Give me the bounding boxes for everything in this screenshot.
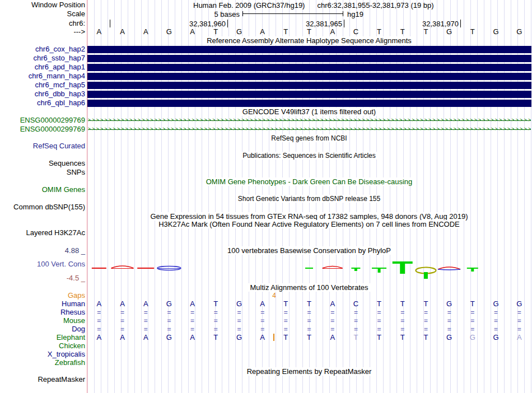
base-letter: A bbox=[111, 334, 134, 341]
omim-track-title[interactable]: OMIM Gene Phenotypes - Dark Green Can Be… bbox=[87, 178, 531, 186]
multiz-species-label-elephant[interactable]: Elephant bbox=[57, 334, 85, 341]
h3k27ac-track-title[interactable]: H3K27Ac Mark (Often Found Near Active Re… bbox=[87, 221, 531, 228]
base-letter: G bbox=[484, 28, 508, 36]
base-letter: G bbox=[157, 28, 181, 36]
base-letter: T bbox=[274, 334, 298, 341]
refseq-track-title[interactable]: RefSeq genes from NCBI bbox=[87, 134, 531, 142]
gencode-track-title[interactable]: GENCODE V49lift37 (1 items filtered out) bbox=[87, 108, 531, 116]
wiggle-dash bbox=[137, 268, 154, 269]
base-letter: A bbox=[134, 28, 157, 36]
multiz-match-symbol: = bbox=[274, 325, 298, 333]
multiz-match-symbol: = bbox=[437, 308, 461, 316]
haplotype-label-chr6_dbb_hap3[interactable]: chr6_dbb_hap3 bbox=[35, 90, 85, 98]
ruler-tick bbox=[460, 20, 461, 27]
wiggle-lens-line bbox=[157, 268, 181, 269]
multiz-match-symbol: = bbox=[227, 317, 251, 325]
multiz-species-label-chicken[interactable]: Chicken bbox=[59, 342, 85, 350]
haplotype-alignment-bar[interactable] bbox=[87, 82, 531, 89]
multiz-track-title-text: Multiz Alignments of 100 Vertebrates bbox=[248, 283, 370, 292]
haplotype-label-chr6_mann_hap4[interactable]: chr6_mann_hap4 bbox=[29, 72, 85, 80]
haplotype-label-chr6_ssto_hap7[interactable]: chr6_ssto_hap7 bbox=[33, 54, 85, 62]
multiz-match-symbol: = bbox=[391, 308, 414, 316]
dbsnp-track-title[interactable]: Short Genetic Variants from dbSNP releas… bbox=[87, 195, 531, 203]
ruler-tick bbox=[344, 20, 344, 27]
base-letter: A bbox=[251, 300, 274, 308]
multiz-match-symbol: = bbox=[297, 317, 321, 325]
repeatmasker-label[interactable]: RepeatMasker bbox=[38, 376, 85, 383]
multiz-match-symbol: = bbox=[414, 317, 438, 325]
multiz-species-label-x_tropicalis[interactable]: X_tropicalis bbox=[48, 350, 85, 358]
multiz-match-symbol: = bbox=[321, 308, 344, 316]
omim-track-title-text: OMIM Gene Phenotypes - Dark Green Can Be… bbox=[204, 177, 414, 186]
haplotype-track-title[interactable]: Reference Assembly Alternate Haplotype S… bbox=[87, 37, 531, 45]
multiz-species-label-dog[interactable]: Dog bbox=[72, 325, 85, 333]
base-letter: A bbox=[181, 300, 204, 308]
base-letter: A bbox=[87, 334, 111, 341]
haplotype-label-chr6_cox_hap2[interactable]: chr6_cox_hap2 bbox=[35, 45, 85, 53]
refseq-curated-label[interactable]: RefSeq Curated bbox=[33, 142, 85, 150]
reference-sequence-letters: AAAGATGATTACTTTGTGG bbox=[87, 28, 531, 36]
multiz-species-label-mouse[interactable]: Mouse bbox=[63, 317, 85, 325]
multiz-match-symbol: = bbox=[484, 325, 508, 333]
publications-sequences-label[interactable]: Sequences bbox=[49, 160, 85, 167]
base-letter: C bbox=[344, 300, 368, 308]
multiz-match-symbol: = bbox=[204, 308, 227, 316]
haplotype-label-chr6_mcf_hap5[interactable]: chr6_mcf_hap5 bbox=[35, 81, 85, 89]
multiz-species-label-human[interactable]: Human bbox=[62, 300, 85, 308]
base-letter: G bbox=[484, 334, 508, 341]
base-letter: T bbox=[274, 300, 298, 308]
haplotype-alignment-bar[interactable] bbox=[87, 46, 531, 53]
multiz-species-label-zebrafish[interactable]: Zebrafish bbox=[55, 359, 85, 367]
wiggle-dash bbox=[372, 268, 386, 269]
base-letter: T bbox=[274, 28, 298, 36]
haplotype-alignment-bar[interactable] bbox=[87, 64, 531, 71]
multiz-match-symbol: = bbox=[461, 308, 484, 316]
wiggle-bar bbox=[471, 269, 474, 272]
multiz-match-symbol: = bbox=[484, 308, 508, 316]
gtex-track-title[interactable]: Gene Expression in 54 tissues from GTEx … bbox=[87, 213, 531, 221]
haplotype-alignment-bar[interactable] bbox=[87, 55, 531, 62]
gencode-gene-label[interactable]: ENSG00000299769 bbox=[20, 125, 85, 133]
base-letter: T bbox=[204, 28, 227, 36]
omim-genes-label[interactable]: OMIM Genes bbox=[42, 186, 85, 194]
multiz-insertion-marker bbox=[273, 334, 274, 341]
haplotype-track-title-text: Reference Assembly Alternate Haplotype S… bbox=[205, 36, 413, 45]
h3k27ac-label[interactable]: Layered H3K27Ac bbox=[26, 229, 85, 237]
multiz-match-symbol: = bbox=[321, 317, 344, 325]
multiz-match-symbol: = bbox=[204, 325, 227, 333]
haplotype-alignment-bar[interactable] bbox=[87, 100, 531, 107]
multiz-match-symbol: = bbox=[461, 317, 484, 325]
publications-track-title[interactable]: Publications: Sequences in Scientific Ar… bbox=[87, 152, 531, 160]
haplotype-label-chr6_qbl_hap6[interactable]: chr6_qbl_hap6 bbox=[37, 99, 85, 107]
gencode-track-title-text: GENCODE V49lift37 (1 items filtered out) bbox=[241, 107, 377, 116]
multiz-gaps-label[interactable]: Gaps bbox=[68, 292, 85, 300]
multiz-match-symbol: = bbox=[507, 325, 531, 333]
multiz-letters-elephant: AAAGATGATTATTTTGGGA bbox=[87, 334, 531, 341]
wiggle-arc-base bbox=[111, 268, 134, 269]
base-letter: T bbox=[414, 300, 438, 308]
multiz-match-symbol: = bbox=[321, 325, 344, 333]
publications-snps-label[interactable]: SNPs bbox=[67, 169, 85, 176]
wiggle-lens-top bbox=[438, 267, 460, 269]
base-letter: G bbox=[227, 300, 251, 308]
multiz-match-symbol: = bbox=[111, 308, 134, 316]
haplotype-label-chr6_apd_hap1[interactable]: chr6_apd_hap1 bbox=[35, 63, 85, 71]
haplotype-alignment-bar[interactable] bbox=[87, 91, 531, 98]
haplotype-alignment-bar[interactable] bbox=[87, 73, 531, 80]
multiz-species-label-rhesus[interactable]: Rhesus bbox=[60, 308, 85, 316]
multiz-match-symbol: = bbox=[157, 325, 181, 333]
multiz-match-symbol: = bbox=[157, 317, 181, 325]
multiz-match-symbol: = bbox=[437, 325, 461, 333]
base-letter: G bbox=[437, 28, 461, 36]
wiggle-dash bbox=[351, 268, 360, 269]
multiz-match-symbol: = bbox=[391, 317, 414, 325]
base-letter: A bbox=[87, 28, 111, 36]
dbsnp-label[interactable]: Common dbSNP(155) bbox=[13, 203, 85, 211]
base-letter: G bbox=[461, 334, 484, 341]
gencode-gene-label[interactable]: ENSG00000299769 bbox=[20, 116, 85, 124]
multiz-match-symbol: = bbox=[87, 325, 111, 333]
multiz-match-symbol: = bbox=[414, 325, 438, 333]
base-letter: A bbox=[321, 334, 344, 341]
multiz-track-title[interactable]: Multiz Alignments of 100 Vertebrates bbox=[87, 284, 531, 292]
repeatmasker-track-title[interactable]: Repeating Elements by RepeatMasker bbox=[87, 368, 531, 376]
